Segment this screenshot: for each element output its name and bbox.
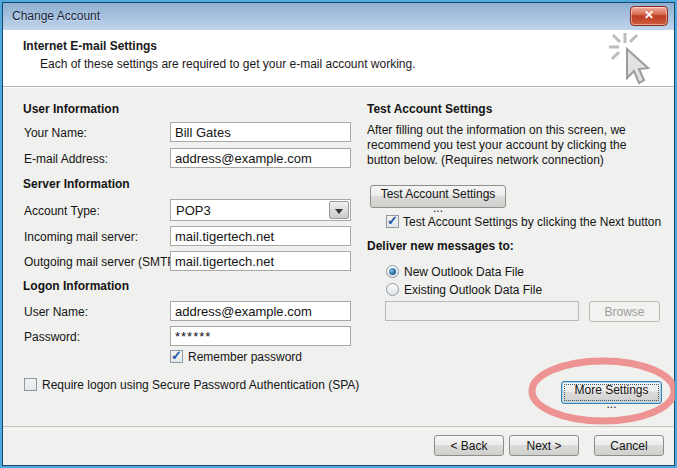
spa-label: Require logon using Secure Password Auth… [42, 378, 359, 392]
more-settings-button[interactable]: More Settings ... [561, 381, 662, 404]
test-account-description: After filling out the information on thi… [367, 123, 659, 168]
next-button[interactable]: Next > [509, 435, 579, 456]
test-account-settings-button[interactable]: Test Account Settings ... [370, 185, 506, 208]
data-file-path-input[interactable] [385, 301, 579, 321]
incoming-server-input[interactable] [170, 226, 351, 246]
cancel-button[interactable]: Cancel [594, 435, 664, 456]
outgoing-server-input[interactable] [170, 251, 351, 271]
page-title: Internet E-mail Settings [23, 39, 157, 53]
back-button[interactable]: < Back [434, 435, 504, 456]
radio-existing-data-file[interactable] [386, 283, 399, 296]
account-type-value: POP3 [176, 203, 211, 218]
email-address-input[interactable] [170, 148, 351, 168]
user-name-input[interactable] [170, 301, 351, 321]
logon-information-heading: Logon Information [23, 279, 129, 293]
password-input[interactable] [170, 326, 351, 346]
user-information-heading: User Information [23, 102, 119, 116]
incoming-server-label: Incoming mail server: [24, 230, 138, 244]
test-on-next-label: Test Account Settings by clicking the Ne… [403, 215, 661, 229]
wizard-header: Internet E-mail Settings Each of these s… [3, 30, 674, 87]
radio-new-data-file-label: New Outlook Data File [404, 265, 524, 279]
page-subtitle: Each of these settings are required to g… [40, 57, 416, 71]
footer-divider [3, 426, 674, 430]
password-label: Password: [24, 330, 80, 344]
close-icon[interactable]: ✕ [630, 6, 668, 26]
title-bar[interactable]: Change Account ✕ [3, 3, 674, 31]
your-name-input[interactable] [170, 122, 351, 142]
remember-password-label: Remember password [188, 350, 302, 364]
spa-checkbox[interactable] [24, 378, 37, 391]
chevron-down-icon [335, 209, 343, 214]
window-title: Change Account [12, 9, 100, 23]
dropdown-button[interactable] [329, 201, 349, 219]
remember-password-checkbox[interactable] [170, 350, 183, 363]
test-on-next-checkbox[interactable] [386, 215, 399, 228]
deliver-heading: Deliver new messages to: [367, 239, 514, 253]
change-account-dialog: Change Account ✕ Internet E-mail Setting… [0, 0, 677, 468]
browse-button[interactable]: Browse [589, 301, 660, 322]
radio-new-data-file[interactable] [386, 265, 399, 278]
account-type-label: Account Type: [24, 204, 100, 218]
outgoing-server-label: Outgoing mail server (SMTP): [24, 255, 183, 269]
test-account-heading: Test Account Settings [367, 102, 492, 116]
email-address-label: E-mail Address: [24, 152, 108, 166]
your-name-label: Your Name: [24, 126, 87, 140]
server-information-heading: Server Information [23, 177, 130, 191]
cursor-click-icon [608, 32, 660, 90]
account-type-select[interactable]: POP3 [170, 199, 351, 221]
radio-existing-data-file-label: Existing Outlook Data File [404, 283, 542, 297]
user-name-label: User Name: [24, 305, 88, 319]
